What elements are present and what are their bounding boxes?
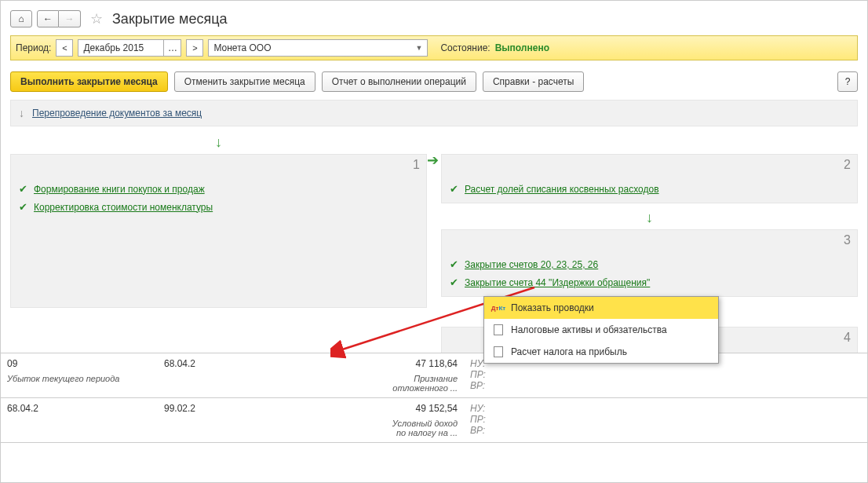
menu-show-entries[interactable]: ДтКт Показать проводки xyxy=(484,297,718,319)
action-bar: Выполнить закрытие месяца Отменить закры… xyxy=(10,60,858,100)
nu-label: НУ: xyxy=(470,403,520,414)
page-title: Закрытие месяца xyxy=(112,11,227,27)
period-prev-button[interactable]: < xyxy=(56,39,73,57)
home-button[interactable]: ⌂ xyxy=(10,10,32,27)
dropdown-icon: ▼ xyxy=(416,44,423,52)
account-debit: 68.04.2 xyxy=(1,398,158,442)
stage-2-block: 2 ✔ Расчет долей списания косвенных расх… xyxy=(441,154,858,203)
stage-number: 3 xyxy=(844,233,851,247)
stage-3-block: 3 ✔ Закрытие счетов 20, 23, 25, 26 ✔ Зак… xyxy=(441,229,858,297)
document-icon xyxy=(492,324,505,336)
cancel-close-button[interactable]: Отменить закрытие месяца xyxy=(174,71,315,92)
period-picker-button[interactable]: … xyxy=(164,39,181,57)
period-input[interactable]: Декабрь 2015 xyxy=(78,39,164,57)
pr-label: ПР: xyxy=(470,369,520,380)
check-icon: ✔ xyxy=(450,258,458,270)
table-row: 09 Убыток текущего периода 68.04.2 47 11… xyxy=(1,353,867,397)
check-icon: ✔ xyxy=(19,201,27,213)
account-credit: 68.04.2 xyxy=(158,353,283,397)
op-description: Признание xyxy=(290,374,458,383)
repost-documents-link[interactable]: Перепроведение документов за месяц xyxy=(32,108,202,119)
favorite-star-icon[interactable]: ☆ xyxy=(90,10,103,27)
menu-profit-tax[interactable]: Расчет налога на прибыль xyxy=(484,341,718,363)
stage-number: 1 xyxy=(413,158,420,172)
forward-button[interactable]: → xyxy=(59,10,81,27)
entries-table: 09 Убыток текущего периода 68.04.2 47 11… xyxy=(1,353,867,443)
menu-tax-assets[interactable]: Налоговые активы и обязательства xyxy=(484,319,718,341)
arrow-right-icon: ➔ xyxy=(427,152,439,169)
arrow-down-icon: ↓ xyxy=(441,207,858,229)
op-description: отложенного ... xyxy=(290,383,458,393)
arrow-down-icon: ↓ xyxy=(10,131,427,154)
dtkt-icon: ДтКт xyxy=(492,302,505,314)
adjust-nomenclature-cost-link[interactable]: Корректировка стоимости номенклатуры xyxy=(34,202,213,213)
vr-label: ВР: xyxy=(470,380,520,391)
references-button[interactable]: Справки - расчеты xyxy=(483,71,584,92)
status-value: Выполнено xyxy=(495,42,549,53)
account-debit: 09 xyxy=(7,358,151,369)
vr-label: ВР: xyxy=(470,425,520,436)
status-label: Состояние: xyxy=(440,42,490,53)
op-description: по налогу на ... xyxy=(290,428,458,437)
run-close-button[interactable]: Выполнить закрытие месяца xyxy=(10,71,168,92)
context-menu: ДтКт Показать проводки Налоговые активы … xyxy=(483,296,719,364)
amount: 47 118,64 xyxy=(290,358,458,369)
stage-1-block: 1 ✔ Формирование книги покупок и продаж … xyxy=(10,154,427,308)
repost-row: ↓ Перепроведение документов за месяц xyxy=(10,100,858,126)
amount: 49 152,54 xyxy=(290,403,458,414)
check-icon: ✔ xyxy=(450,276,458,288)
organization-select[interactable]: Монета ООО ▼ xyxy=(208,39,428,57)
period-label: Период: xyxy=(16,42,51,53)
op-description: Условный доход xyxy=(290,419,458,428)
indirect-costs-link[interactable]: Расчет долей списания косвенных расходов xyxy=(465,184,659,195)
close-accounts-20-link[interactable]: Закрытие счетов 20, 23, 25, 26 xyxy=(465,259,598,270)
period-next-button[interactable]: > xyxy=(186,39,203,57)
pr-label: ПР: xyxy=(470,414,520,425)
stage-number: 4 xyxy=(844,331,851,345)
check-icon: ✔ xyxy=(19,183,27,195)
check-icon: ✔ xyxy=(450,183,458,195)
arrow-down-icon: ↓ xyxy=(19,107,24,119)
back-button[interactable]: ← xyxy=(37,10,59,27)
operations-report-button[interactable]: Отчет о выполнении операций xyxy=(322,71,476,92)
account-credit: 99.02.2 xyxy=(158,398,283,442)
stage-number: 2 xyxy=(844,158,851,172)
help-button[interactable]: ? xyxy=(837,71,858,92)
row-description: Убыток текущего периода xyxy=(7,374,151,383)
period-bar: Период: < Декабрь 2015 … > Монета ООО ▼ … xyxy=(10,35,858,60)
close-account-44-link[interactable]: Закрытие счета 44 "Издержки обращения" xyxy=(465,277,650,288)
table-row: 68.04.2 99.02.2 49 152,54 Условный доход… xyxy=(1,397,867,443)
top-nav-bar: ⌂ ← → ☆ Закрытие месяца xyxy=(10,7,858,35)
form-purchase-sales-book-link[interactable]: Формирование книги покупок и продаж xyxy=(34,184,205,195)
document-icon xyxy=(492,346,505,358)
